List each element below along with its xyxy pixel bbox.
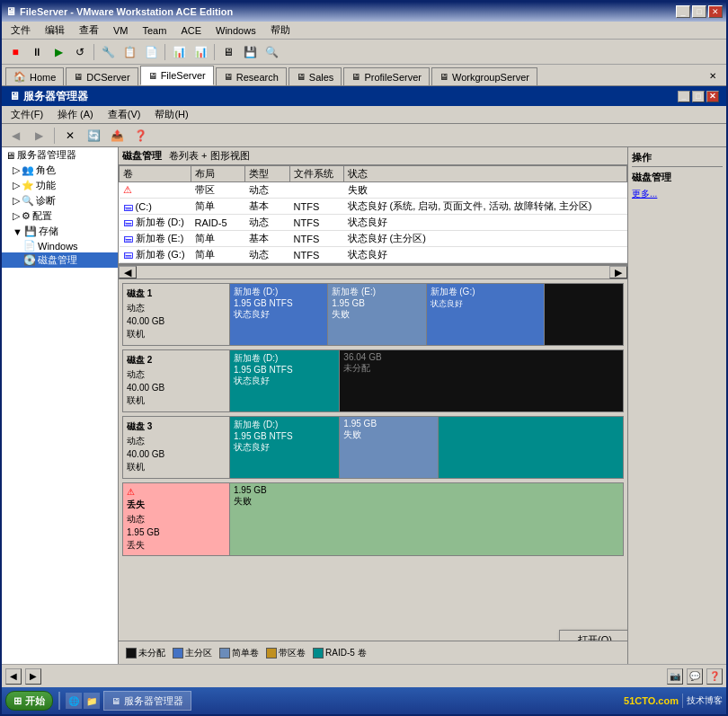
toolbar-btn1[interactable]: 🔧 — [98, 42, 118, 62]
sm-forward-btn[interactable]: ▶ — [29, 126, 49, 146]
content-header2: 卷列表 + 图形视图 — [169, 149, 250, 163]
col-layout: 布局 — [191, 166, 245, 182]
sm-menu-file[interactable]: 文件(F) — [5, 106, 49, 123]
sm-delete-btn[interactable]: ✕ — [60, 126, 80, 146]
toolbar-play-btn[interactable]: ▶ — [49, 42, 68, 62]
toolbar-btn4[interactable]: 📊 — [169, 42, 189, 62]
table-row[interactable]: 🖴 新加卷 (G:) 简单 动态 NTFS 状态良好 — [120, 247, 627, 263]
tab-workgroupserver[interactable]: 🖥 WorkgroupServer — [431, 67, 537, 85]
partition-lost-vol1[interactable]: 1.95 GB 失败 — [230, 483, 623, 555]
cell-fs: NTFS — [290, 247, 344, 263]
nav-back-btn[interactable]: ◀ — [5, 668, 22, 685]
menu-view[interactable]: 查看 — [74, 22, 104, 39]
partition-d1-vol3[interactable]: 新加卷 (G:) 状态良好 — [427, 284, 545, 345]
tab-fileserver-icon: 🖥 — [148, 71, 157, 81]
right-panel-more[interactable]: 更多... — [632, 188, 723, 200]
taskbar-icon1[interactable]: 🌐 — [66, 693, 82, 709]
sm-help2-btn[interactable]: ❓ — [130, 126, 150, 146]
partition-d3-vol1[interactable]: 新加卷 (D:) 1.95 GB NTFS 状态良好 — [230, 417, 340, 478]
sm-menu-help[interactable]: 帮助(H) — [149, 106, 193, 123]
sidebar-expand-icon: ▷ — [13, 164, 20, 176]
disk-3-label[interactable]: 磁盘 3 动态 40.00 GB 联机 — [122, 416, 230, 479]
sidebar-item-diskmanager[interactable]: 💽 磁盘管理 — [2, 252, 118, 268]
partition-d1-unalloc[interactable] — [545, 284, 623, 345]
tab-profileserver[interactable]: 🖥 ProfileServer — [343, 67, 430, 85]
toolbar-btn3[interactable]: 📄 — [141, 42, 161, 62]
start-button[interactable]: ⊞ 开始 — [5, 691, 53, 711]
toolbar-reset-btn[interactable]: ↺ — [70, 42, 90, 62]
tab-sales[interactable]: 🖥 Sales — [289, 67, 342, 85]
tab-fileserver[interactable]: 🖥 FileServer — [140, 66, 214, 85]
ctx-open[interactable]: 打开(O) — [560, 631, 627, 641]
hscroll-right[interactable]: ▶ — [609, 266, 627, 278]
toolbar-pause-btn[interactable]: ⏸ — [27, 42, 47, 62]
nav-btn2[interactable]: 💬 — [687, 668, 703, 685]
sm-export-btn[interactable]: 📤 — [107, 126, 127, 146]
toolbar-stop-btn[interactable]: ■ — [5, 42, 25, 62]
sidebar-item-roles[interactable]: ▷ 👥 角色 — [2, 163, 118, 178]
toolbar-btn5[interactable]: 📊 — [191, 42, 210, 62]
partition-d1-vol1[interactable]: 新加卷 (D:) 1.95 GB NTFS 状态良好 — [230, 284, 328, 345]
toolbar-btn6[interactable]: 🖥 — [218, 42, 238, 62]
toolbar-btn8[interactable]: 🔍 — [262, 42, 281, 62]
menu-edit[interactable]: 编辑 — [40, 22, 70, 39]
tab-close-btn[interactable]: ✕ — [703, 66, 723, 85]
sm-back-btn[interactable]: ◀ — [5, 126, 25, 146]
legend-raid5: RAID-5 卷 — [313, 647, 367, 659]
menu-ace[interactable]: ACE — [175, 23, 207, 38]
taskbar-icon2[interactable]: 📁 — [84, 693, 100, 709]
menu-team[interactable]: Team — [138, 23, 173, 38]
menu-help[interactable]: 帮助 — [265, 22, 296, 39]
sm-menu-action[interactable]: 操作 (A) — [52, 106, 99, 123]
partition-d3-vol2[interactable]: 1.95 GB 失败 — [340, 417, 438, 478]
partition-d1-vol2[interactable]: 新加卷 (E:) 1.95 GB 失败 — [328, 284, 426, 345]
table-row[interactable]: 🖴 新加卷 (D:) RAID-5 动态 NTFS 状态良好 — [120, 215, 627, 231]
sidebar-item-diagnostics[interactable]: ▷ 🔍 诊断 — [2, 193, 118, 208]
partition-d3-vol3[interactable] — [439, 417, 623, 478]
sidebar-config-label: 配置 — [32, 209, 52, 223]
sidebar-item-windows[interactable]: 📄 Windows — [2, 239, 118, 252]
table-row[interactable]: 🖴 新加卷 (E:) 简单 基本 NTFS 状态良好 (主分区) — [120, 231, 627, 247]
nav-btn1[interactable]: 📷 — [667, 668, 683, 685]
sidebar-item-servermanager[interactable]: 🖥 服务器管理器 — [2, 147, 118, 163]
nav-btn3[interactable]: ❓ — [706, 668, 723, 685]
sm-refresh-btn[interactable]: 🔄 — [84, 126, 103, 146]
sidebar-item-features[interactable]: ▷ ⭐ 功能 — [2, 178, 118, 193]
disk-lost-type: 动态 — [127, 513, 226, 526]
sm-minimize[interactable]: _ — [678, 91, 690, 102]
toolbar-btn7[interactable]: 💾 — [240, 42, 260, 62]
sidebar-item-storage[interactable]: ▼ 💾 存储 — [2, 224, 118, 239]
sm-close[interactable]: ✕ — [706, 91, 719, 102]
menu-file[interactable]: 文件 — [5, 22, 36, 39]
partition-d2-unalloc[interactable]: 36.04 GB 未分配 — [340, 350, 623, 411]
tab-home[interactable]: 🏠 Home — [5, 67, 64, 85]
sm-restore[interactable]: □ — [692, 91, 705, 102]
table-row[interactable]: 🖴 (C:) 简单 基本 NTFS 状态良好 (系统, 启动, 页面文件, 活动… — [120, 199, 627, 215]
menu-windows[interactable]: Windows — [210, 23, 262, 38]
disk-1-label[interactable]: 磁盘 1 动态 40.00 GB 联机 — [122, 283, 230, 346]
toolbar-btn2[interactable]: 📋 — [120, 42, 139, 62]
disk-lost-id: 丢失 — [127, 499, 226, 511]
sidebar-diag-label: 诊断 — [36, 194, 56, 208]
sidebar-item-config[interactable]: ▷ ⚙ 配置 — [2, 208, 118, 224]
sidebar-windows-icon: 📄 — [23, 240, 36, 252]
close-button[interactable]: ✕ — [708, 5, 723, 18]
nav-forward-btn[interactable]: ▶ — [25, 668, 41, 685]
hscroll-left[interactable]: ◀ — [119, 266, 137, 278]
sidebar-expand-icon3: ▷ — [13, 195, 20, 207]
hscroll[interactable]: ◀ ▶ — [119, 265, 627, 279]
tab-dcserver[interactable]: 🖥 DCServer — [66, 67, 138, 85]
col-status: 状态 — [344, 166, 627, 182]
maximize-button[interactable]: □ — [692, 5, 706, 18]
tab-research[interactable]: 🖥 Research — [216, 67, 287, 85]
disk-lost-size: 1.95 GB — [127, 527, 226, 537]
sm-menu-view[interactable]: 查看(V) — [102, 106, 146, 123]
disk-lost-label[interactable]: ⚠ 丢失 动态 1.95 GB 丢失 — [122, 482, 230, 556]
table-row[interactable]: ⚠ 带区 动态 失败 — [120, 182, 627, 199]
menu-vm[interactable]: VM — [108, 23, 134, 38]
disk-2-label[interactable]: 磁盘 2 动态 40.00 GB 联机 — [122, 349, 230, 412]
disk-lost-icon: ⚠ — [127, 487, 226, 497]
taskbar-servermanager[interactable]: 🖥 服务器管理器 — [103, 691, 191, 711]
minimize-button[interactable]: _ — [676, 5, 690, 18]
partition-d2-vol1[interactable]: 新加卷 (D:) 1.95 GB NTFS 状态良好 — [230, 350, 340, 411]
